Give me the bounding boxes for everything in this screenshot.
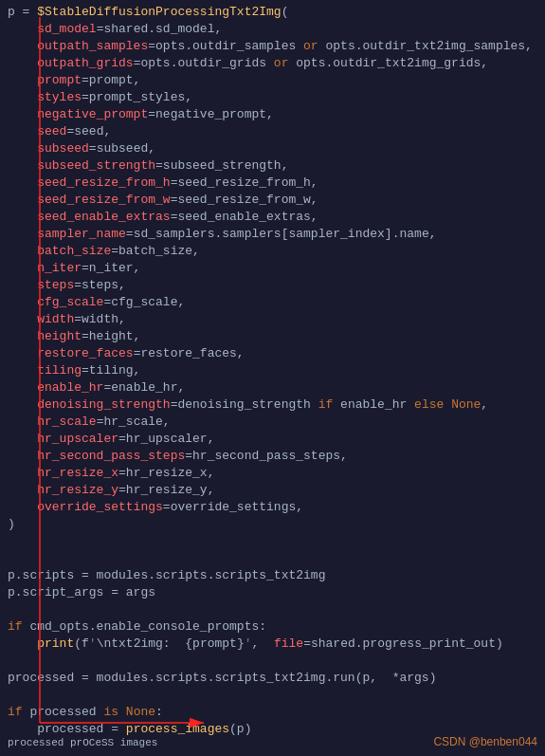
code-line-30: override_settings=override_settings,	[0, 499, 545, 516]
code-line-15: batch_size=batch_size,	[0, 243, 545, 260]
code-line-20: height=height,	[0, 328, 545, 345]
code-line-28: hr_resize_x=hr_resize_x,	[0, 465, 545, 482]
code-line-16: n_iter=n_iter,	[0, 260, 545, 277]
code-line-21: restore_faces=restore_faces,	[0, 345, 545, 362]
code-line-22: tiling=tiling,	[0, 362, 545, 379]
code-line-13: seed_enable_extras=seed_enable_extras,	[0, 209, 545, 226]
code-line-42: if processed is None:	[0, 704, 545, 721]
code-line-26: hr_upscaler=hr_upscaler,	[0, 431, 545, 448]
code-line-39	[0, 653, 545, 670]
code-line-27: hr_second_pass_steps=hr_second_pass_step…	[0, 448, 545, 465]
code-line-41	[0, 687, 545, 704]
code-line-31: )	[0, 516, 545, 533]
code-line-17: steps=steps,	[0, 277, 545, 294]
code-line-14: sampler_name=sd_samplers.samplers[sample…	[0, 226, 545, 243]
code-editor: p = $StableDiffusionProcessingTxt2Img( s…	[0, 0, 545, 756]
code-line-37: if cmd_opts.enable_console_prompts:	[0, 618, 545, 636]
code-line-2: sd_model=shared.sd_model,	[0, 21, 545, 38]
code-line-7: negative_prompt=negative_prompt,	[0, 106, 545, 123]
watermark-text: CSDN @benben044	[433, 735, 537, 748]
code-line-11: seed_resize_from_h=seed_resize_from_h,	[0, 175, 545, 192]
code-line-8: seed=seed,	[0, 123, 545, 140]
code-line-3: outpath_samples=opts.outdir_samples or o…	[0, 38, 545, 55]
code-line-33	[0, 550, 545, 567]
code-line-9: subseed=subseed,	[0, 140, 545, 157]
code-line-24: denoising_strength=denoising_strength if…	[0, 396, 545, 414]
code-line-19: width=width,	[0, 311, 545, 328]
code-line-23: enable_hr=enable_hr,	[0, 379, 545, 396]
code-line-35: p.script_args = args	[0, 584, 545, 601]
code-line-5: prompt=prompt,	[0, 72, 545, 89]
code-line-1: p = $StableDiffusionProcessingTxt2Img(	[0, 4, 545, 21]
code-line-6: styles=prompt_styles,	[0, 89, 545, 106]
code-text: p =	[8, 4, 37, 21]
code-line-4: outpath_grids=opts.outdir_grids or opts.…	[0, 55, 545, 72]
code-line-29: hr_resize_y=hr_resize_y,	[0, 482, 545, 499]
code-line-25: hr_scale=hr_scale,	[0, 414, 545, 431]
code-line-10: subseed_strength=subseed_strength,	[0, 157, 545, 175]
code-line-38: print(f'\ntxt2img: {prompt}', file=share…	[0, 636, 545, 653]
code-line-32	[0, 533, 545, 550]
code-line-12: seed_resize_from_w=seed_resize_from_w,	[0, 192, 545, 209]
code-line-40: processed = modules.scripts.scripts_txt2…	[0, 670, 545, 687]
code-line-36	[0, 601, 545, 618]
bottom-annotation-label: processed prOCeSS images	[8, 737, 157, 748]
code-class: $StableDiffusionProcessingTxt2Img	[37, 4, 281, 21]
code-line-34: p.scripts = modules.scripts.scripts_txt2…	[0, 567, 545, 584]
code-line-18: cfg_scale=cfg_scale,	[0, 294, 545, 311]
